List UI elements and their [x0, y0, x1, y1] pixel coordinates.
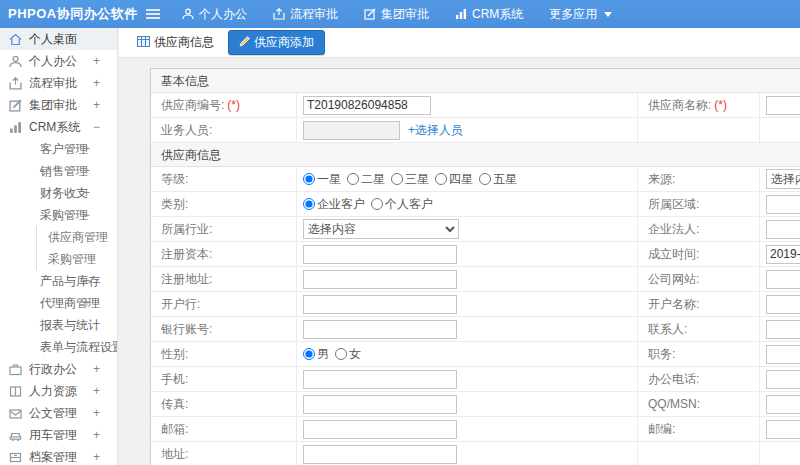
- sidebar-item-human-resources[interactable]: 人力资源 +: [0, 380, 117, 402]
- sidebar-item-label: 行政办公: [29, 361, 77, 378]
- sidebar-item-reports-stats[interactable]: 报表与统计: [0, 314, 117, 336]
- level-radio[interactable]: [435, 173, 447, 185]
- level-radio[interactable]: [347, 173, 359, 185]
- bank-input[interactable]: [303, 295, 457, 314]
- level-option-3[interactable]: 三星: [391, 171, 429, 188]
- founded-date-input[interactable]: [766, 245, 800, 264]
- edit-icon: [9, 99, 22, 112]
- level-option-5[interactable]: 五星: [479, 171, 517, 188]
- office-phone-input[interactable]: [766, 370, 800, 389]
- email-cell: [297, 417, 637, 441]
- reg-address-label: 注册地址:: [151, 267, 297, 291]
- contact-input[interactable]: [766, 320, 800, 339]
- expand-plus-icon[interactable]: +: [93, 384, 100, 398]
- position-input[interactable]: [766, 345, 800, 364]
- app-logo: PHPOA协同办公软件: [0, 5, 140, 23]
- legal-person-input[interactable]: [766, 220, 800, 239]
- sidebar-item-form-flow-settings[interactable]: 表单与流程设置+: [0, 336, 117, 358]
- supplier-name-input[interactable]: [766, 96, 800, 115]
- sidebar-item-agent-mgmt[interactable]: 代理商管理 +: [0, 292, 117, 314]
- qq-msn-input[interactable]: [766, 395, 800, 414]
- expand-plus-icon[interactable]: +: [83, 296, 90, 310]
- expand-plus-icon[interactable]: +: [93, 362, 100, 376]
- sidebar-item-product-inventory[interactable]: 产品与库存 +: [0, 270, 117, 292]
- zip-label: 邮编:: [637, 417, 760, 441]
- expand-plus-icon[interactable]: +: [83, 164, 90, 178]
- nav-group-approval[interactable]: 集团审批: [364, 6, 429, 23]
- expand-plus-icon[interactable]: +: [93, 428, 100, 442]
- address-input[interactable]: [303, 445, 457, 464]
- mobile-input[interactable]: [303, 370, 457, 389]
- expand-plus-icon[interactable]: +: [83, 274, 90, 288]
- expand-plus-icon[interactable]: +: [93, 76, 100, 90]
- contact-cell: [760, 317, 800, 341]
- reg-address-input[interactable]: [303, 270, 457, 289]
- industry-select[interactable]: 选择内容: [303, 219, 459, 239]
- business-person-input[interactable]: [303, 121, 400, 140]
- sidebar-item-archive-mgmt[interactable]: 档案管理 +: [0, 446, 117, 465]
- choose-person-link[interactable]: +选择人员: [408, 122, 463, 139]
- expand-plus-icon[interactable]: +: [83, 186, 90, 200]
- reg-capital-input[interactable]: [303, 245, 457, 264]
- sidebar-item-customer-mgmt[interactable]: 客户管理 +: [0, 138, 117, 160]
- gender-radio[interactable]: [335, 348, 347, 360]
- form-row: 邮箱: 邮编:: [151, 417, 800, 442]
- sidebar-item-group-approval[interactable]: 集团审批 +: [0, 94, 117, 116]
- hamburger-menu-icon[interactable]: [146, 8, 160, 20]
- tab-supplier-add[interactable]: 供应商添加: [228, 30, 325, 55]
- expand-plus-icon[interactable]: +: [93, 406, 100, 420]
- sidebar-item-supplier-mgmt[interactable]: 供应商管理: [0, 226, 117, 248]
- sidebar-item-admin-office[interactable]: 行政办公 +: [0, 358, 117, 380]
- level-option-2[interactable]: 二星: [347, 171, 385, 188]
- expand-plus-icon[interactable]: +: [93, 450, 100, 464]
- sidebar-item-label: CRM系统: [29, 119, 80, 136]
- level-radio[interactable]: [303, 173, 315, 185]
- sidebar-item-document-mgmt[interactable]: 公文管理 +: [0, 402, 117, 424]
- account-name-input[interactable]: [766, 295, 800, 314]
- nav-more-apps[interactable]: 更多应用: [549, 6, 612, 23]
- sidebar-item-personal-office[interactable]: 个人办公 +: [0, 50, 117, 72]
- expand-plus-icon[interactable]: +: [93, 54, 100, 68]
- collapse-minus-icon[interactable]: −: [93, 120, 100, 134]
- source-select[interactable]: 选择内容: [766, 169, 800, 189]
- expand-plus-icon[interactable]: +: [83, 142, 90, 156]
- form-row: 所属行业: 选择内容 企业法人:: [151, 217, 800, 242]
- sidebar-item-purchase-mgmt[interactable]: 采购管理 −: [0, 204, 117, 226]
- level-option-1[interactable]: 一星: [303, 171, 341, 188]
- zip-input[interactable]: [766, 420, 800, 439]
- reg-capital-label: 注册资本:: [151, 242, 297, 266]
- nav-personal-office[interactable]: 个人办公: [182, 6, 247, 23]
- sidebar-item-label: 人力资源: [29, 383, 77, 400]
- tab-supplier-info[interactable]: 供应商信息: [131, 31, 220, 54]
- category-radio[interactable]: [371, 198, 383, 210]
- level-radio[interactable]: [479, 173, 491, 185]
- fax-input[interactable]: [303, 395, 457, 414]
- sidebar-item-finance[interactable]: 财务收支 +: [0, 182, 117, 204]
- supplier-no-input[interactable]: [303, 96, 431, 115]
- founded-cell: [760, 242, 800, 266]
- region-input[interactable]: [766, 195, 800, 214]
- category-option-company[interactable]: 企业客户: [303, 196, 365, 213]
- website-input[interactable]: [766, 270, 800, 289]
- sidebar-item-workflow-approval[interactable]: 流程审批 +: [0, 72, 117, 94]
- bank-account-input[interactable]: [303, 320, 457, 339]
- category-radio[interactable]: [303, 198, 315, 210]
- sidebar-item-crm-system[interactable]: CRM系统 −: [0, 116, 117, 138]
- level-radio[interactable]: [391, 173, 403, 185]
- sidebar-item-purchasing[interactable]: 采购管理: [0, 248, 117, 270]
- email-input[interactable]: [303, 420, 457, 439]
- collapse-minus-icon[interactable]: −: [83, 208, 90, 222]
- briefcase-icon: [9, 363, 22, 376]
- sidebar-item-vehicle-mgmt[interactable]: 用车管理 +: [0, 424, 117, 446]
- level-option-4[interactable]: 四星: [435, 171, 473, 188]
- gender-radio[interactable]: [303, 348, 315, 360]
- category-option-person[interactable]: 个人客户: [371, 196, 433, 213]
- sidebar-item-personal-desktop[interactable]: 个人桌面: [0, 28, 117, 50]
- nav-workflow-approval[interactable]: 流程审批: [273, 6, 338, 23]
- gender-option-female[interactable]: 女: [335, 346, 361, 363]
- sidebar-item-sales-mgmt[interactable]: 销售管理 +: [0, 160, 117, 182]
- gender-option-male[interactable]: 男: [303, 346, 329, 363]
- supplier-no-cell: [297, 93, 637, 117]
- expand-plus-icon[interactable]: +: [93, 98, 100, 112]
- nav-crm-system[interactable]: CRM系统: [455, 6, 523, 23]
